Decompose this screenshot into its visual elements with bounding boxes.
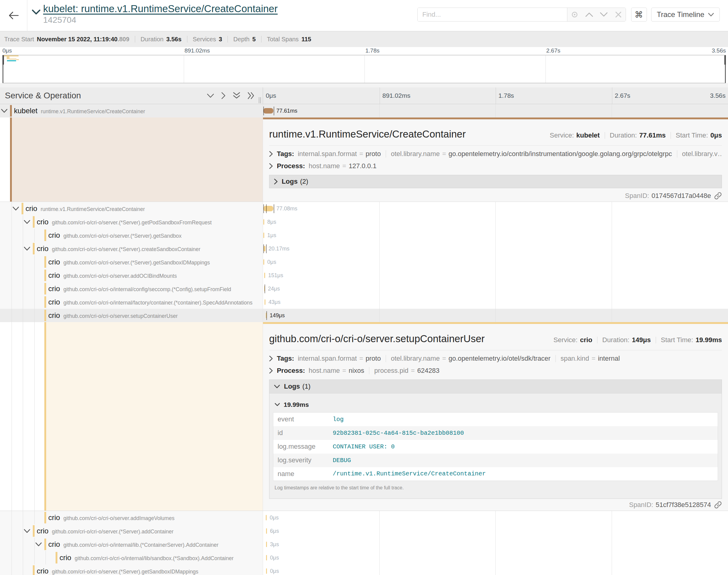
find-input[interactable] — [418, 8, 567, 21]
span-id-value: 0174567d17a0448e — [652, 192, 711, 200]
tags-accordion[interactable]: Tags:internal.span.format=protootel.libr… — [269, 150, 722, 158]
span-bar[interactable] — [264, 273, 265, 278]
clear-find-button[interactable] — [611, 8, 626, 21]
span-row[interactable]: criogithub.com/cri-o/cri-o/server.(*Serv… — [0, 215, 728, 229]
equals-sign: = — [359, 354, 363, 363]
span-row[interactable]: criogithub.com/cri-o/cri-o/server.(*Serv… — [0, 229, 728, 242]
span-duration-label: 77.61ms — [276, 104, 297, 117]
span-row[interactable]: criogithub.com/cri-o/cri-o/server.(*Serv… — [0, 524, 728, 538]
process-accordion[interactable]: Process:host.name=127.0.0.1 — [269, 162, 722, 170]
span-duration-label: 149μs — [270, 309, 285, 322]
ruler-tick-label: 891.02ms — [383, 92, 410, 99]
collapse-one-button[interactable] — [207, 94, 214, 98]
span-bar[interactable] — [263, 219, 264, 225]
next-match-button[interactable] — [596, 8, 611, 21]
trace-view-selector[interactable]: Trace Timeline — [651, 8, 720, 22]
collapse-header-button[interactable] — [30, 9, 42, 15]
service-name: crio — [26, 202, 37, 215]
operation-name: runtime.v1.RuntimeService/CreateContaine… — [41, 105, 145, 117]
tag-pair: host.name=nixos — [308, 366, 364, 375]
chevron-down-icon — [1, 109, 8, 113]
span-labels: criogithub.com/cri-o/cri-o/server.(*Serv… — [37, 242, 200, 255]
operation-name: github.com/cri-o/cri-o/server.(*Server).… — [52, 216, 212, 229]
span-id-label: SpanID: — [629, 501, 653, 509]
span-bar[interactable] — [266, 568, 267, 574]
span-bar[interactable] — [266, 528, 267, 534]
span-detail-panel: github.com/cri-o/cri-o/server.setupConta… — [263, 322, 728, 511]
span-bar[interactable] — [263, 108, 273, 113]
logs-accordion-header[interactable]: Logs (1) — [269, 380, 722, 393]
service-name: crio — [48, 309, 60, 322]
tag-value: proto — [366, 150, 381, 158]
span-row[interactable]: criogithub.com/cri-o/cri-o/server.addOCI… — [0, 269, 728, 282]
span-color-strip — [44, 230, 46, 241]
span-timeline-column: 43μs — [263, 295, 728, 309]
span-collapse-caret[interactable] — [12, 206, 19, 211]
focus-match-button[interactable] — [567, 8, 582, 21]
back-button[interactable] — [0, 0, 27, 31]
minimap-canvas[interactable] — [2, 55, 726, 83]
indent-guide — [11, 309, 12, 322]
grip-bar — [259, 97, 259, 103]
expand-one-button[interactable] — [221, 92, 226, 99]
summary-item: Services3 — [193, 36, 222, 43]
span-bar[interactable] — [266, 515, 267, 520]
span-row[interactable]: criogithub.com/cri-o/cri-o/internal/lib/… — [0, 551, 728, 564]
span-bar[interactable] — [263, 206, 273, 211]
span-bar[interactable] — [263, 259, 264, 265]
meta-label: Start Time: — [661, 334, 693, 346]
span-bar[interactable] — [264, 246, 265, 251]
span-row[interactable]: criogithub.com/cri-o/cri-o/server.addIma… — [0, 511, 728, 524]
span-collapse-caret[interactable] — [24, 529, 30, 533]
keyboard-shortcuts-button[interactable]: ⌘ — [631, 8, 647, 22]
minimap[interactable] — [0, 55, 728, 83]
span-row[interactable]: criogithub.com/cri-o/cri-o/internal/fact… — [0, 295, 728, 309]
chevron-down-icon — [274, 385, 280, 388]
copy-link-button[interactable] — [711, 501, 722, 509]
separator — [677, 150, 677, 158]
separator — [135, 36, 135, 42]
range-scrubber-handle-right[interactable] — [724, 55, 726, 65]
indent-guide — [11, 538, 12, 551]
range-scrubber-handle-left[interactable] — [2, 55, 4, 65]
indent-guide — [11, 282, 12, 295]
expand-all-button[interactable] — [247, 92, 255, 100]
span-labels: criogithub.com/cri-o/cri-o/server.setupC… — [48, 309, 178, 322]
span-collapse-caret[interactable] — [24, 246, 30, 251]
span-bar[interactable] — [266, 555, 267, 561]
logs-accordion[interactable]: Logs (2) — [269, 175, 722, 188]
span-color-strip — [22, 203, 23, 214]
log-entry-header[interactable]: 19.99ms — [273, 397, 718, 412]
copy-link-button[interactable] — [711, 192, 722, 200]
indent-guide — [34, 255, 35, 269]
meta-label: Duration: — [610, 129, 637, 141]
span-row[interactable]: kubeletruntime.v1.RuntimeService/CreateC… — [0, 104, 728, 117]
process-accordion[interactable]: Process:host.name=nixosprocess.pid=62428… — [269, 366, 722, 375]
trace-id: 1425704 — [43, 15, 277, 25]
span-collapse-caret[interactable] — [1, 109, 8, 113]
span-row[interactable]: criogithub.com/cri-o/cri-o/server.setupC… — [0, 309, 728, 322]
span-labels: criogithub.com/cri-o/cri-o/server.(*Serv… — [37, 215, 212, 229]
span-collapse-caret[interactable] — [24, 220, 30, 224]
span-row[interactable]: criogithub.com/cri-o/cri-o/server.(*Serv… — [0, 564, 728, 575]
tags-accordion[interactable]: Tags:internal.span.format=protootel.libr… — [269, 354, 722, 363]
span-row[interactable]: crioruntime.v1.RuntimeService/CreateCont… — [0, 202, 728, 215]
span-row[interactable]: criogithub.com/cri-o/cri-o/internal/conf… — [0, 282, 728, 295]
prev-match-button[interactable] — [582, 8, 596, 21]
service-name: crio — [37, 215, 48, 229]
span-timeline-column: 0μs — [263, 564, 728, 575]
trace-title-link[interactable]: kubelet: runtime.v1.RuntimeService/Creat… — [43, 2, 277, 15]
collapse-all-button[interactable] — [233, 92, 240, 99]
column-resizer[interactable] — [258, 97, 261, 103]
span-bar[interactable] — [263, 233, 264, 238]
span-row[interactable]: criogithub.com/cri-o/cri-o/server.(*Serv… — [0, 255, 728, 269]
log-field-key: name — [273, 467, 333, 481]
span-row[interactable]: criogithub.com/cri-o/cri-o/internal/lib.… — [0, 538, 728, 551]
span-collapse-caret[interactable] — [35, 542, 42, 546]
span-row[interactable]: criogithub.com/cri-o/cri-o/server.(*Serv… — [0, 242, 728, 255]
operation-name: github.com/cri-o/cri-o/internal/lib/sand… — [75, 552, 234, 564]
tag-pair: host.name=127.0.0.1 — [308, 162, 376, 170]
span-bar[interactable] — [266, 542, 267, 547]
span-bar[interactable] — [265, 299, 265, 305]
indent-guide — [23, 564, 23, 575]
